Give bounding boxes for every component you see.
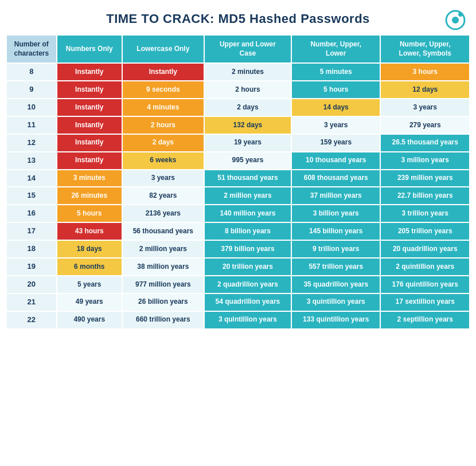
page-title: TIME TO CRACK: MD5 Hashed Passwords xyxy=(106,11,370,26)
cell-upper-lower: 2 million years xyxy=(204,187,291,205)
cell-all: 17 sextillion years xyxy=(380,293,470,311)
header-chars: Number ofcharacters xyxy=(6,35,57,63)
cell-numbers-only: 26 minutes xyxy=(57,187,122,205)
cell-lowercase: 2 million years xyxy=(122,240,204,258)
cell-num-upper-lower: 133 quintillion years xyxy=(291,311,380,329)
cell-all: 12 days xyxy=(380,81,470,99)
table-row: 9Instantly9 seconds2 hours5 hours12 days xyxy=(6,81,470,99)
cell-numbers-only: Instantly xyxy=(57,116,122,134)
cell-all: 176 quintillion years xyxy=(380,276,470,293)
table-row: 22490 years660 trillion years3 quintilli… xyxy=(6,311,470,329)
cell-all: 205 trillion years xyxy=(380,222,470,240)
cell-upper-lower: 2 hours xyxy=(204,81,291,99)
cell-numbers-only: Instantly xyxy=(57,81,122,99)
cell-chars: 21 xyxy=(6,293,57,311)
cell-num-upper-lower: 3 quintillion years xyxy=(291,293,380,311)
cell-all: 20 quadrillion years xyxy=(380,240,470,258)
cell-chars: 19 xyxy=(6,258,57,276)
cell-upper-lower: 54 quadrillion years xyxy=(204,293,291,311)
cell-chars: 18 xyxy=(6,240,57,258)
header-numbers-only: Numbers Only xyxy=(57,35,122,63)
cell-lowercase: 977 million years xyxy=(122,276,204,293)
header-lowercase: Lowercase Only xyxy=(122,35,204,63)
cell-chars: 22 xyxy=(6,311,57,329)
cell-all: 3 years xyxy=(380,99,470,116)
cell-all: 2 quintillion years xyxy=(380,258,470,276)
table-row: 1526 minutes82 years2 million years37 mi… xyxy=(6,187,470,205)
cell-upper-lower: 19 years xyxy=(204,134,291,152)
cell-all: 3 million years xyxy=(380,152,470,170)
cell-upper-lower: 2 quadrillion years xyxy=(204,276,291,293)
cell-chars: 16 xyxy=(6,205,57,222)
cell-numbers-only: 49 years xyxy=(57,293,122,311)
cell-upper-lower: 2 minutes xyxy=(204,63,291,81)
cell-all: 26.5 thousand years xyxy=(380,134,470,152)
cell-all: 3 trillion years xyxy=(380,205,470,222)
cell-numbers-only: 5 years xyxy=(57,276,122,293)
cell-numbers-only: 490 years xyxy=(57,311,122,329)
cell-upper-lower: 20 trillion years xyxy=(204,258,291,276)
header-num-upper-lower: Number, Upper,Lower xyxy=(291,35,380,63)
title-area: TIME TO CRACK: MD5 Hashed Passwords xyxy=(6,6,470,34)
cell-numbers-only: 18 days xyxy=(57,240,122,258)
cell-lowercase: 2136 years xyxy=(122,205,204,222)
table-row: 10Instantly4 minutes2 days14 days3 years xyxy=(6,99,470,116)
cell-lowercase: 56 thousand years xyxy=(122,222,204,240)
cell-all: 3 hours xyxy=(380,63,470,81)
cell-lowercase: 2 hours xyxy=(122,116,204,134)
header-upper-lower: Upper and LowerCase xyxy=(204,35,291,63)
cell-numbers-only: Instantly xyxy=(57,63,122,81)
cell-chars: 20 xyxy=(6,276,57,293)
cell-numbers-only: 6 months xyxy=(57,258,122,276)
cell-num-upper-lower: 557 trillion years xyxy=(291,258,380,276)
cell-upper-lower: 2 days xyxy=(204,99,291,116)
cell-upper-lower: 3 quintillion years xyxy=(204,311,291,329)
table-row: 2149 years26 billion years54 quadrillion… xyxy=(6,293,470,311)
cell-num-upper-lower: 5 hours xyxy=(291,81,380,99)
cell-lowercase: 38 million years xyxy=(122,258,204,276)
cell-num-upper-lower: 37 million years xyxy=(291,187,380,205)
cell-chars: 17 xyxy=(6,222,57,240)
cell-lowercase: 9 seconds xyxy=(122,81,204,99)
cell-chars: 9 xyxy=(6,81,57,99)
cell-chars: 8 xyxy=(6,63,57,81)
cell-lowercase: 4 minutes xyxy=(122,99,204,116)
table-row: 12Instantly2 days19 years159 years26.5 t… xyxy=(6,134,470,152)
table-row: 1818 days2 million years379 billion year… xyxy=(6,240,470,258)
table-row: 143 minutes3 years51 thousand years608 t… xyxy=(6,170,470,187)
cell-num-upper-lower: 9 trillion years xyxy=(291,240,380,258)
cell-num-upper-lower: 10 thousand years xyxy=(291,152,380,170)
cell-numbers-only: 3 minutes xyxy=(57,170,122,187)
svg-point-2 xyxy=(458,12,463,17)
cell-numbers-only: Instantly xyxy=(57,134,122,152)
cell-num-upper-lower: 608 thousand years xyxy=(291,170,380,187)
cell-num-upper-lower: 145 billion years xyxy=(291,222,380,240)
table-row: 196 months38 million years20 trillion ye… xyxy=(6,258,470,276)
crack-time-table: Number ofcharacters Numbers Only Lowerca… xyxy=(6,34,470,330)
cell-lowercase: 3 years xyxy=(122,170,204,187)
cell-num-upper-lower: 35 quadrillion years xyxy=(291,276,380,293)
cell-chars: 10 xyxy=(6,99,57,116)
cell-all: 22.7 billion years xyxy=(380,187,470,205)
cell-chars: 11 xyxy=(6,116,57,134)
table-row: 11Instantly2 hours132 days3 years279 yea… xyxy=(6,116,470,134)
cell-num-upper-lower: 3 years xyxy=(291,116,380,134)
cell-chars: 13 xyxy=(6,152,57,170)
logo-icon xyxy=(445,10,466,30)
cell-upper-lower: 995 years xyxy=(204,152,291,170)
cell-num-upper-lower: 159 years xyxy=(291,134,380,152)
table-row: 13Instantly6 weeks995 years10 thousand y… xyxy=(6,152,470,170)
table-row: 165 hours2136 years140 million years3 bi… xyxy=(6,205,470,222)
cell-num-upper-lower: 3 billion years xyxy=(291,205,380,222)
cell-chars: 14 xyxy=(6,170,57,187)
table-row: 8InstantlyInstantly2 minutes5 minutes3 h… xyxy=(6,63,470,81)
cell-chars: 12 xyxy=(6,134,57,152)
cell-lowercase: 82 years xyxy=(122,187,204,205)
header-all: Number, Upper,Lower, Symbols xyxy=(380,35,470,63)
cell-numbers-only: 43 hours xyxy=(57,222,122,240)
cell-numbers-only: 5 hours xyxy=(57,205,122,222)
cell-all: 2 septillion years xyxy=(380,311,470,329)
svg-point-1 xyxy=(452,17,459,24)
cell-upper-lower: 51 thousand years xyxy=(204,170,291,187)
cell-numbers-only: Instantly xyxy=(57,152,122,170)
